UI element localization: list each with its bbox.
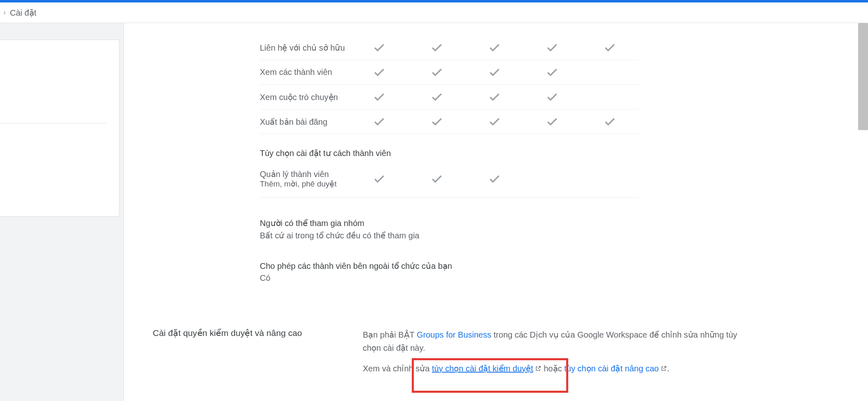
external-link-icon <box>660 362 667 375</box>
moderation-section-body: Bạn phải BẬT Groups for Business trong c… <box>363 328 742 375</box>
perm-row-manage-members: Quản lý thành viên Thêm, mời, phê duyệt <box>260 161 639 198</box>
allow-external-block: Cho phép các thành viên bên ngoài tổ chứ… <box>260 261 843 283</box>
moderation-line-1: Bạn phải BẬT Groups for Business trong c… <box>363 328 742 354</box>
perm-label-sub: Thêm, mời, phê duyệt <box>260 179 350 189</box>
perm-label-main: Quản lý thành viên <box>260 170 329 179</box>
check-icon[interactable] <box>350 66 408 79</box>
breadcrumb-title: Cài đặt <box>10 8 36 18</box>
perm-row-view-members: Xem các thành viên <box>260 60 639 85</box>
moderation-section-title: Cài đặt quyền kiểm duyệt và nâng cao <box>153 328 346 375</box>
who-can-join-block: Người có thể tham gia nhóm Bất cứ ai tro… <box>260 218 843 240</box>
moderation-line-2: Xem và chỉnh sửa tùy chọn cài đặt kiểm d… <box>363 362 742 375</box>
check-icon[interactable] <box>581 41 639 54</box>
moderation-settings-link[interactable]: tùy chọn cài đặt kiểm duyệt <box>432 364 533 373</box>
allow-external-label: Cho phép các thành viên bên ngoài tổ chứ… <box>260 261 843 271</box>
check-icon[interactable] <box>408 41 466 54</box>
access-permission-table: Liên hệ với chủ sở hữu Xem các thành viê… <box>260 35 843 198</box>
empty-cell <box>581 91 639 104</box>
perm-checks <box>350 115 639 128</box>
check-icon[interactable] <box>350 91 408 104</box>
empty-cell <box>581 66 639 79</box>
sidebar-column: nh <box>0 23 124 401</box>
empty-cell <box>581 173 639 186</box>
check-icon[interactable] <box>523 91 581 104</box>
check-icon[interactable] <box>466 66 523 79</box>
check-icon[interactable] <box>408 66 466 79</box>
check-icon[interactable] <box>350 41 408 54</box>
check-icon[interactable] <box>408 173 466 186</box>
check-icon[interactable] <box>466 115 523 128</box>
check-icon[interactable] <box>350 173 408 186</box>
workspace: nh Liên hệ với chủ sở hữu <box>0 23 868 401</box>
who-can-join-label: Người có thể tham gia nhóm <box>260 218 843 228</box>
main-panel: Liên hệ với chủ sở hữu Xem các thành viê… <box>124 23 868 401</box>
check-icon[interactable] <box>523 66 581 79</box>
check-icon[interactable] <box>466 173 523 186</box>
perm-row-contact-owners: Liên hệ với chủ sở hữu <box>260 35 639 60</box>
perm-label: Xuất bản bài đăng <box>260 117 350 127</box>
perm-checks <box>350 91 639 104</box>
perm-row-view-conversations: Xem cuộc trò chuyện <box>260 85 639 110</box>
breadcrumb: › Cài đặt <box>0 2 868 23</box>
allow-external-value: Có <box>260 273 843 283</box>
text-prefix: Bạn phải BẬT <box>363 330 417 339</box>
check-icon[interactable] <box>466 41 523 54</box>
period: . <box>667 364 670 373</box>
content-wrap: Liên hệ với chủ sở hữu Xem các thành viê… <box>260 35 843 375</box>
moderation-section: Cài đặt quyền kiểm duyệt và nâng cao Bạn… <box>260 328 843 375</box>
perm-checks <box>350 173 639 186</box>
or-text: hoặc <box>541 364 564 373</box>
chevron-right-icon: › <box>3 8 6 17</box>
external-link-icon <box>535 362 541 375</box>
check-icon[interactable] <box>523 115 581 128</box>
groups-for-business-link[interactable]: Groups for Business <box>417 330 491 339</box>
perm-label: Liên hệ với chủ sở hữu <box>260 43 350 53</box>
line2-prefix: Xem và chỉnh sửa <box>363 364 432 373</box>
check-icon[interactable] <box>408 91 466 104</box>
check-icon[interactable] <box>350 115 408 128</box>
perm-row-publish-posts: Xuất bản bài đăng <box>260 110 639 134</box>
check-icon[interactable] <box>466 91 523 104</box>
perm-checks <box>350 66 639 79</box>
sidebar-card: nh <box>0 40 119 217</box>
check-icon[interactable] <box>408 115 466 128</box>
perm-label: Quản lý thành viên Thêm, mời, phê duyệt <box>260 169 350 189</box>
perm-label: Xem cuộc trò chuyện <box>260 92 350 102</box>
sidebar-divider <box>0 123 107 124</box>
who-can-join-value: Bất cứ ai trong tổ chức đều có thể tham … <box>260 231 843 240</box>
scrollbar-thumb[interactable] <box>858 23 868 130</box>
advanced-settings-link[interactable]: tùy chọn cài đặt nâng cao <box>564 364 659 373</box>
check-icon[interactable] <box>581 115 639 128</box>
perm-label: Xem các thành viên <box>260 68 350 77</box>
perm-checks <box>350 41 639 54</box>
check-icon[interactable] <box>523 41 581 54</box>
empty-cell <box>523 173 581 186</box>
sidebar-partial-text: nh <box>0 73 107 90</box>
membership-settings-title: Tùy chọn cài đặt tư cách thành viên <box>260 148 843 158</box>
